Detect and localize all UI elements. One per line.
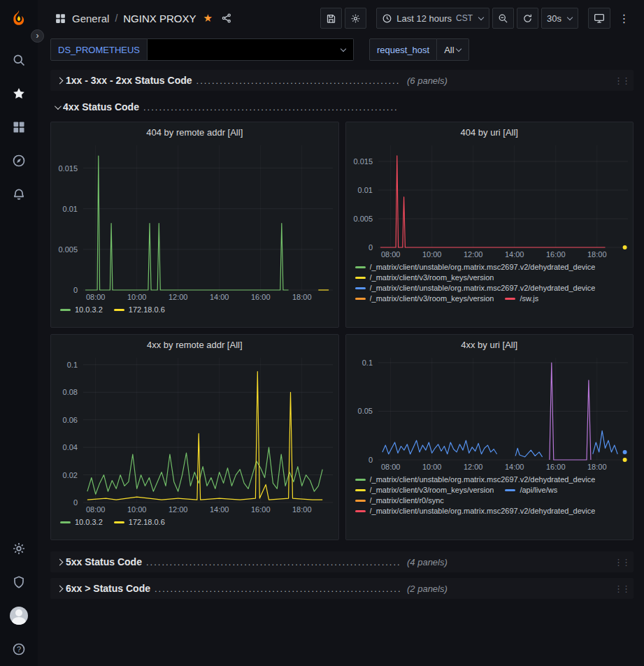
legend-item[interactable]: /_matrix/client/v3/room_keys/version — [355, 294, 494, 303]
legend-label: /_matrix/client/r0/sync — [370, 496, 444, 505]
svg-text:12:00: 12:00 — [169, 293, 188, 301]
row-drag-handle[interactable]: ⋮⋮ — [613, 584, 631, 594]
refresh-interval-picker[interactable]: 30s — [541, 8, 578, 29]
row-title: 4xx Status Code — [63, 101, 139, 113]
row-4xx[interactable]: 4xx Status Code ........................… — [50, 96, 634, 117]
svg-text:0: 0 — [73, 498, 78, 507]
panel-grid: 404 by remote addr [All] 00.0050.010.015… — [50, 122, 634, 540]
chevron-down-icon — [478, 14, 484, 20]
legend-item[interactable]: /_matrix/client/unstable/org.matrix.msc2… — [355, 284, 596, 292]
svg-text:0.1: 0.1 — [67, 361, 78, 369]
row-drag-handle[interactable]: ⋮⋮ — [613, 75, 631, 86]
datasource-variable-select[interactable] — [148, 38, 354, 61]
sidebar-menu — [5, 43, 33, 211]
question-glyph: ? — [17, 645, 21, 653]
legend-swatch — [60, 521, 71, 523]
time-series-chart[interactable]: 00.020.040.060.080.108:0010:0012:0014:00… — [51, 352, 338, 515]
svg-text:14:00: 14:00 — [210, 293, 229, 301]
page-title[interactable]: NGINX PROXY — [123, 13, 196, 24]
row-6xx[interactable]: 6xx > Status Code ......................… — [50, 578, 634, 599]
time-series-chart[interactable]: 00.050.108:0010:0012:0014:0016:0018:00 — [346, 352, 634, 472]
breadcrumb-section[interactable]: General — [72, 13, 109, 24]
sidebar-expand-button[interactable]: › — [31, 29, 44, 43]
starred-dashboards-icon[interactable] — [5, 80, 33, 108]
time-series-chart[interactable]: 00.0050.010.01508:0010:0012:0014:0016:00… — [51, 140, 338, 303]
svg-text:12:00: 12:00 — [169, 505, 188, 514]
panel-404-by-uri: 404 by uri [All] 00.0050.010.01508:0010:… — [345, 122, 634, 328]
refresh-interval-value: 30s — [547, 13, 561, 24]
legend-item[interactable]: /_matrix/client/v3/room_keys/version — [355, 486, 494, 494]
alerting-bell-icon[interactable] — [5, 180, 33, 208]
request-host-variable-label: request_host — [369, 38, 437, 61]
user-avatar[interactable] — [5, 602, 33, 630]
tv-mode-button[interactable] — [588, 8, 610, 29]
time-range-picker[interactable]: Last 12 hours CST — [376, 8, 489, 29]
panel-title[interactable]: 404 by remote addr [All] — [51, 122, 338, 140]
panel-title[interactable]: 404 by uri [All] — [346, 122, 634, 140]
row-leader-dots: ........................................… — [146, 557, 400, 567]
time-series-chart[interactable]: 00.0050.010.01508:0010:0012:0014:0016:00… — [346, 140, 634, 260]
svg-text:12:00: 12:00 — [463, 463, 482, 471]
request-host-variable-select[interactable]: All — [437, 38, 468, 61]
legend-label: /_matrix/client/unstable/org.matrix.msc2… — [370, 284, 596, 292]
request-host-value: All — [444, 45, 454, 55]
kebab-menu-icon: ⋮ — [619, 12, 629, 25]
legend-swatch — [355, 489, 366, 491]
row-leader-dots: ........................................… — [196, 75, 400, 86]
svg-text:18:00: 18:00 — [292, 505, 312, 514]
monitor-icon — [594, 13, 605, 24]
legend-item[interactable]: 10.0.3.2 — [60, 518, 103, 526]
help-icon[interactable]: ? — [5, 635, 33, 663]
legend-item[interactable]: 172.18.0.6 — [114, 305, 165, 314]
legend-item[interactable]: 10.0.3.2 — [60, 305, 103, 314]
server-admin-shield-icon[interactable] — [5, 568, 33, 596]
breadcrumb-separator: / — [115, 13, 117, 24]
search-icon[interactable] — [5, 46, 33, 74]
svg-text:16:00: 16:00 — [545, 463, 565, 471]
dashboard-body: 1xx - 3xx - 2xx Status Code ............… — [38, 63, 644, 666]
legend-label: /_matrix/client/v3/room_keys/version — [370, 486, 494, 494]
legend-item[interactable]: /sw.js — [505, 294, 538, 303]
legend-item[interactable]: /_matrix/client/v3/room_keys/version — [355, 273, 494, 282]
legend-item[interactable]: /api/live/ws — [505, 486, 557, 494]
row-5xx[interactable]: 5xx Status Code ........................… — [50, 551, 634, 572]
more-options-button[interactable]: ⋮ — [613, 8, 634, 29]
legend-item[interactable]: /_matrix/client/r0/sync — [355, 496, 444, 505]
row-drag-handle[interactable]: ⋮⋮ — [613, 557, 631, 567]
save-dashboard-button[interactable] — [320, 8, 342, 29]
legend-label: /sw.js — [520, 294, 538, 303]
favorite-star-icon[interactable]: ★ — [203, 12, 212, 24]
row-1xx-3xx-2xx[interactable]: 1xx - 3xx - 2xx Status Code ............… — [50, 70, 634, 91]
settings-gear-icon[interactable] — [5, 535, 33, 563]
panel-4xx-by-uri: 4xx by uri [All] 00.050.108:0010:0012:00… — [345, 334, 634, 540]
row-title: 6xx > Status Code — [66, 583, 150, 594]
dashboard-settings-button[interactable] — [345, 8, 366, 29]
svg-text:14:00: 14:00 — [210, 505, 229, 514]
legend-item[interactable]: 172.18.0.6 — [114, 518, 165, 526]
legend-label: 10.0.3.2 — [75, 305, 103, 314]
sidebar: › — [0, 0, 38, 666]
refresh-button[interactable] — [517, 8, 538, 29]
zoom-out-icon — [498, 13, 508, 24]
share-icon[interactable] — [221, 13, 232, 24]
legend-item[interactable]: /_matrix/client/unstable/org.matrix.msc2… — [355, 475, 596, 484]
apps-grid-icon[interactable] — [55, 13, 66, 24]
svg-text:14:00: 14:00 — [504, 250, 524, 259]
svg-text:0.01: 0.01 — [63, 205, 78, 213]
svg-text:16:00: 16:00 — [251, 293, 271, 301]
zoom-out-time-button[interactable] — [492, 8, 514, 29]
svg-text:0.005: 0.005 — [353, 215, 373, 223]
explore-compass-icon[interactable] — [5, 147, 33, 175]
svg-text:0.1: 0.1 — [362, 359, 372, 367]
dashboards-icon[interactable] — [5, 113, 33, 141]
legend-item[interactable]: /_matrix/client/unstable/org.matrix.msc2… — [355, 263, 596, 271]
panel-title[interactable]: 4xx by uri [All] — [346, 335, 634, 352]
sidebar-bottom-menu: ? — [5, 532, 33, 666]
panel-title[interactable]: 4xx by remote addr [All] — [51, 335, 338, 352]
legend-label: 10.0.3.2 — [75, 518, 103, 526]
top-nav: General / NGINX PROXY ★ — [38, 0, 644, 36]
legend-label: /_matrix/client/unstable/org.matrix.msc2… — [370, 507, 596, 515]
svg-text:14:00: 14:00 — [504, 463, 524, 471]
legend-item[interactable]: /_matrix/client/unstable/org.matrix.msc2… — [355, 507, 596, 515]
grafana-logo[interactable] — [7, 7, 31, 31]
